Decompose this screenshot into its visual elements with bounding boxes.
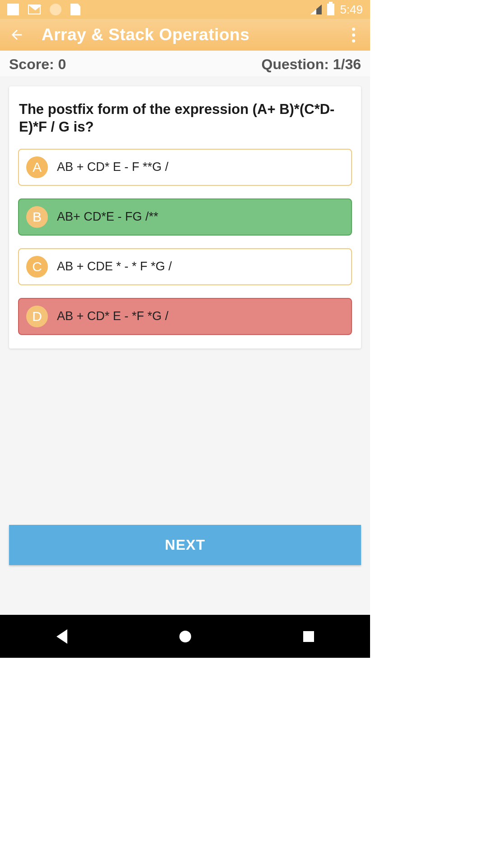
battery-icon bbox=[327, 4, 334, 15]
mail-icon bbox=[28, 5, 41, 14]
app-bar: Array & Stack Operations bbox=[0, 19, 370, 51]
sub-header: Score: 0 Question: 1/36 bbox=[0, 51, 370, 76]
nav-back-icon bbox=[56, 629, 67, 644]
options-list: A AB + CD* E - F **G / B AB+ CD*E - FG /… bbox=[18, 149, 352, 335]
dot-icon bbox=[352, 39, 355, 42]
option-text: AB + CD* E - *F *G / bbox=[57, 309, 169, 323]
option-letter: A bbox=[26, 156, 48, 178]
page-title: Array & Stack Operations bbox=[42, 25, 249, 44]
sdcard-icon bbox=[70, 4, 80, 15]
nav-recent-button[interactable] bbox=[301, 629, 316, 644]
option-text: AB + CD* E - F **G / bbox=[57, 160, 169, 174]
back-button[interactable] bbox=[8, 26, 25, 43]
overflow-menu-button[interactable] bbox=[345, 28, 362, 42]
next-button[interactable]: NEXT bbox=[9, 525, 361, 565]
status-bar: 5:49 bbox=[0, 0, 370, 19]
system-nav-bar bbox=[0, 615, 370, 658]
clock: 5:49 bbox=[340, 3, 363, 17]
option-text: AB + CDE * - * F *G / bbox=[57, 259, 172, 274]
status-right: 5:49 bbox=[310, 3, 363, 17]
option-letter: D bbox=[26, 306, 48, 327]
next-wrap: NEXT bbox=[9, 525, 361, 601]
option-letter: C bbox=[26, 256, 48, 278]
nav-home-button[interactable] bbox=[178, 629, 192, 644]
option-a[interactable]: A AB + CD* E - F **G / bbox=[18, 149, 352, 186]
status-left bbox=[7, 4, 80, 15]
dot-icon bbox=[352, 33, 355, 37]
score-label: Score: 0 bbox=[9, 56, 66, 73]
option-d[interactable]: D AB + CD* E - *F *G / bbox=[18, 298, 352, 335]
notification-dot-icon bbox=[50, 4, 61, 15]
dot-icon bbox=[352, 28, 355, 31]
content-area: The postfix form of the expression (A+ B… bbox=[0, 76, 370, 615]
back-arrow-icon bbox=[9, 27, 24, 42]
option-c[interactable]: C AB + CDE * - * F *G / bbox=[18, 248, 352, 285]
option-letter: B bbox=[26, 206, 48, 228]
option-text: AB+ CD*E - FG /** bbox=[57, 210, 158, 224]
nav-back-button[interactable] bbox=[55, 629, 69, 644]
question-card: The postfix form of the expression (A+ B… bbox=[9, 86, 361, 349]
question-text: The postfix form of the expression (A+ B… bbox=[18, 101, 352, 149]
question-counter: Question: 1/36 bbox=[262, 56, 361, 73]
nav-home-icon bbox=[179, 631, 191, 642]
option-b[interactable]: B AB+ CD*E - FG /** bbox=[18, 198, 352, 236]
signal-icon bbox=[310, 5, 322, 14]
app-icon-a bbox=[7, 4, 19, 15]
nav-recent-icon bbox=[303, 631, 314, 642]
